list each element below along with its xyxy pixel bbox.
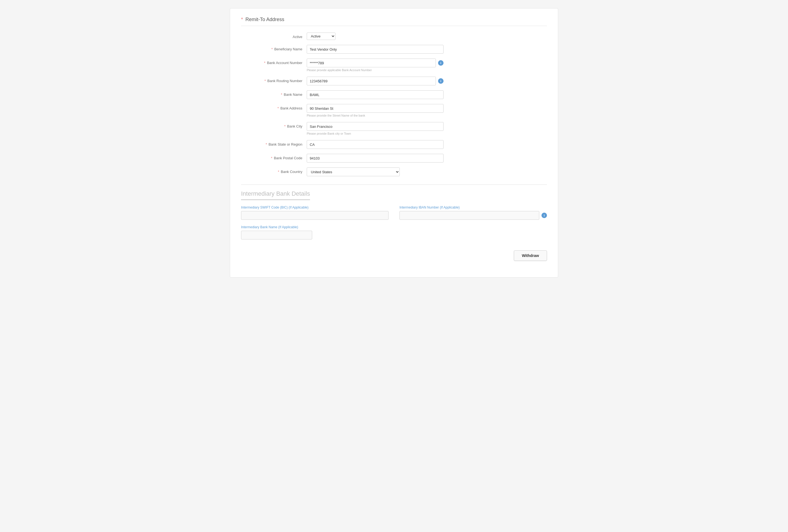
bank-country-select[interactable]: United States Canada United Kingdom Aust… (307, 168, 400, 176)
bank-name-input[interactable] (307, 90, 444, 99)
bank-name-label: * Bank Name (241, 90, 307, 97)
intermediary-bank-name-input[interactable] (241, 231, 312, 239)
bank-state-row: * Bank State or Region (241, 140, 547, 149)
bank-state-label: * Bank State or Region (241, 140, 307, 147)
bank-account-info-icon[interactable]: i (438, 60, 444, 66)
bank-address-field-wrap: Please provide the Street Name of the ba… (307, 104, 444, 117)
swift-code-field: Intermediary SWIFT Code (BIC) (If Applic… (241, 205, 389, 220)
bank-city-field-wrap: Please provide Bank city or Town (307, 122, 444, 135)
bank-state-field-wrap (307, 140, 444, 149)
bank-routing-input-wrap: i (307, 77, 444, 85)
intermediary-bank-name-label: Intermediary Bank Name (If Applicable) (241, 225, 547, 229)
beneficiary-name-label: * Beneficiary Name (241, 45, 307, 52)
bank-postal-code-label: * Bank Postal Code (241, 154, 307, 161)
bank-city-row: * Bank City Please provide Bank city or … (241, 122, 547, 135)
beneficiary-name-field-wrap (307, 45, 444, 54)
swift-code-label: Intermediary SWIFT Code (BIC) (If Applic… (241, 205, 389, 209)
swift-code-input[interactable] (241, 211, 389, 220)
intermediary-section-title: Intermediary Bank Details (241, 190, 310, 200)
active-row: Active Active Inactive (241, 33, 547, 40)
required-star: * (241, 17, 243, 22)
bank-routing-number-field-wrap: i (307, 77, 444, 85)
bank-name-field-wrap (307, 90, 444, 99)
withdraw-button[interactable]: Withdraw (514, 250, 547, 261)
bank-state-input[interactable] (307, 140, 444, 149)
bank-name-row: * Bank Name (241, 90, 547, 99)
bank-routing-info-icon[interactable]: i (438, 78, 444, 84)
active-select[interactable]: Active Inactive (307, 33, 335, 40)
intermediary-section: Intermediary Bank Details Intermediary S… (241, 190, 547, 239)
bank-country-label: * Bank Country (241, 168, 307, 174)
intermediary-bank-name-section: Intermediary Bank Name (If Applicable) (241, 225, 547, 239)
bank-address-row: * Bank Address Please provide the Street… (241, 104, 547, 117)
bank-account-number-row: * Bank Account Number i Please provide a… (241, 59, 547, 72)
bank-city-hint: Please provide Bank city or Town (307, 132, 444, 135)
bank-postal-code-input[interactable] (307, 154, 444, 162)
bank-account-input-wrap: i (307, 59, 444, 67)
iban-info-icon[interactable]: i (541, 213, 547, 218)
beneficiary-name-input[interactable] (307, 45, 444, 54)
bank-postal-code-row: * Bank Postal Code (241, 154, 547, 162)
bank-account-number-input[interactable] (307, 59, 436, 67)
bank-account-number-field-wrap: i Please provide applicable Bank Account… (307, 59, 444, 72)
bank-address-input[interactable] (307, 104, 444, 113)
iban-label: Intermediary IBAN Number (If Applicable) (399, 205, 547, 209)
bank-city-label: * Bank City (241, 122, 307, 129)
section-title: * Remit-To Address (241, 17, 547, 26)
bank-postal-code-field-wrap (307, 154, 444, 162)
intermediary-grid: Intermediary SWIFT Code (BIC) (If Applic… (241, 205, 547, 220)
bank-account-hint: Please provide applicable Bank Account N… (307, 68, 444, 72)
bank-city-input[interactable] (307, 122, 444, 131)
beneficiary-name-row: * Beneficiary Name (241, 45, 547, 54)
swift-input-wrap (241, 211, 389, 220)
bank-routing-number-input[interactable] (307, 77, 436, 85)
iban-field: Intermediary IBAN Number (If Applicable)… (399, 205, 547, 220)
section-divider (241, 184, 547, 185)
withdraw-btn-wrap: Withdraw (241, 250, 547, 261)
bank-country-row: * Bank Country United States Canada Unit… (241, 168, 547, 176)
active-field-wrap: Active Inactive (307, 33, 444, 40)
bank-address-label: * Bank Address (241, 104, 307, 111)
bank-routing-number-row: * Bank Routing Number i (241, 77, 547, 85)
page-container: * Remit-To Address Active Active Inactiv… (230, 8, 558, 277)
bank-account-number-label: * Bank Account Number (241, 59, 307, 65)
active-label: Active (241, 33, 307, 39)
bank-address-hint: Please provide the Street Name of the ba… (307, 114, 444, 117)
iban-input-wrap: i (399, 211, 547, 220)
bank-country-field-wrap: United States Canada United Kingdom Aust… (307, 168, 444, 176)
iban-input[interactable] (399, 211, 539, 220)
bank-routing-number-label: * Bank Routing Number (241, 77, 307, 83)
